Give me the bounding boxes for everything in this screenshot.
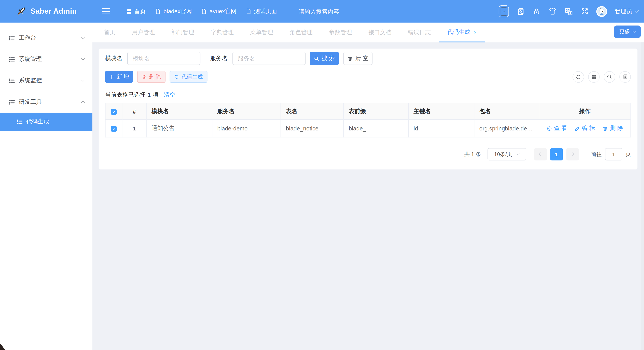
tab-label: 代码生成	[447, 29, 470, 36]
cell-table: blade_notice	[281, 119, 344, 137]
goto-label: 前往	[591, 151, 602, 158]
page-content: 模块名 服务名 搜 索	[92, 43, 644, 350]
service-name-input[interactable]	[232, 52, 306, 65]
document-icon	[246, 8, 252, 15]
nav-item-bladex-site[interactable]: bladex官网	[150, 0, 196, 23]
theme-shirt-icon[interactable]	[548, 7, 557, 16]
nav-item-avuex-site[interactable]: avuex官网	[196, 0, 241, 23]
sidebar-item-system-monitor[interactable]: 系统监控	[0, 70, 92, 91]
page-size-value: 10条/页	[494, 151, 512, 158]
export-log-button[interactable]	[620, 71, 631, 82]
column-header-package: 包名	[474, 103, 539, 119]
trash-icon	[348, 56, 353, 61]
tab-home[interactable]: 首页	[96, 23, 124, 43]
refresh-button[interactable]	[572, 71, 584, 82]
global-search-input[interactable]	[299, 8, 406, 15]
translate-icon[interactable]	[565, 7, 573, 15]
scrollbar[interactable]	[641, 43, 644, 350]
selection-text: 项	[153, 91, 158, 99]
code-generate-button-label: 代码生成	[182, 73, 203, 80]
top-menu-toggle-icon[interactable]	[499, 5, 509, 17]
delete-link[interactable]: 删 除	[602, 125, 623, 132]
document-icon	[155, 8, 161, 15]
filter-form: 模块名 服务名 搜 索	[105, 49, 631, 65]
sidebar-item-code-generation[interactable]: 代码生成	[0, 113, 92, 131]
tab-param-manage[interactable]: 参数管理	[321, 23, 360, 43]
goto-page-input[interactable]	[605, 148, 622, 160]
view-link-label: 查 看	[554, 125, 567, 132]
edit-link[interactable]: 编 辑	[574, 125, 595, 132]
sidebar-collapse-icon[interactable]	[102, 8, 110, 15]
tab-menu-manage[interactable]: 菜单管理	[242, 23, 281, 43]
search-button[interactable]: 搜 索	[310, 52, 339, 65]
list-icon	[8, 99, 15, 105]
close-icon[interactable]: ×	[474, 29, 476, 35]
selection-text: 当前表格已选择	[105, 91, 145, 99]
top-nav: 首页 bladex官网 avuex官网	[92, 0, 644, 23]
column-settings-button[interactable]	[588, 71, 600, 82]
cell-prefix: blade_	[344, 119, 408, 137]
next-page-button[interactable]	[566, 148, 578, 160]
chevron-down-icon	[517, 152, 520, 155]
clear-selection-link[interactable]: 清空	[164, 91, 175, 99]
module-name-label: 模块名	[105, 55, 122, 62]
clear-button[interactable]: 清 空	[343, 52, 372, 65]
trash-icon	[142, 74, 146, 79]
add-button[interactable]: 新 增	[105, 71, 133, 83]
delete-button[interactable]: 删 除	[137, 71, 166, 83]
column-header-prefix: 表前缀	[344, 103, 408, 119]
tab-dict-manage[interactable]: 字典管理	[202, 23, 242, 43]
chevron-down-icon	[81, 36, 85, 39]
user-menu[interactable]: 管理员	[615, 8, 638, 15]
sidebar-item-workbench[interactable]: 工作台	[0, 27, 92, 48]
sidebar-item-label: 系统监控	[19, 77, 42, 84]
global-search	[299, 8, 406, 15]
app-title: Saber Admin	[30, 7, 77, 16]
tab-dept-manage[interactable]: 部门管理	[163, 23, 202, 43]
tab-code-generation[interactable]: 代码生成 ×	[439, 23, 485, 43]
cell-index: 1	[122, 119, 146, 137]
table-toolbar: 新 增 删 除	[105, 71, 631, 83]
more-button[interactable]: 更多	[614, 26, 641, 38]
clipboard-wrench-icon[interactable]	[517, 7, 525, 15]
tab-user-manage[interactable]: 用户管理	[124, 23, 163, 43]
lock-icon[interactable]	[533, 8, 541, 15]
page-unit-label: 页	[626, 151, 631, 158]
nav-item-home[interactable]: 首页	[122, 0, 150, 23]
pagination: 共 1 条 10条/页 1 前往 页	[105, 148, 631, 160]
select-all-checkbox[interactable]	[111, 109, 116, 115]
tab-role-manage[interactable]: 角色管理	[281, 23, 321, 43]
cell-module: 通知公告	[146, 119, 212, 137]
code-generate-button[interactable]: 代码生成	[170, 71, 207, 83]
user-name-label: 管理员	[615, 8, 632, 15]
prev-page-button[interactable]	[534, 148, 546, 160]
data-table: # 模块名 服务名 表名 表前缀 主键名 包名 操作	[105, 103, 631, 137]
list-icon	[8, 77, 15, 84]
column-header-index: #	[122, 103, 146, 119]
cell-service: blade-demo	[212, 119, 281, 137]
nav-item-test-page[interactable]: 测试页面	[241, 0, 282, 23]
tab-api-doc[interactable]: 接口文档	[360, 23, 400, 43]
current-page-button[interactable]: 1	[550, 148, 563, 160]
row-checkbox[interactable]	[111, 126, 116, 132]
sidebar-item-dev-tools[interactable]: 研发工具	[0, 91, 92, 113]
sidebar: 工作台 系统管理	[0, 23, 92, 350]
search-icon	[314, 56, 319, 61]
page-size-select[interactable]: 10条/页	[488, 148, 526, 160]
view-link[interactable]: 查 看	[547, 125, 567, 132]
sidebar-item-system-manage[interactable]: 系统管理	[0, 49, 92, 70]
edit-link-label: 编 辑	[582, 125, 595, 132]
main-area: 首页 用户管理 部门管理 字典管理 菜单管理 角色管理 参数管理 接口文档 错误…	[92, 23, 644, 350]
tab-error-log[interactable]: 错误日志	[400, 23, 439, 43]
nav-item-label: avuex官网	[210, 8, 236, 15]
grid-icon	[126, 9, 132, 14]
service-name-label: 服务名	[210, 55, 228, 62]
fullscreen-icon[interactable]	[581, 8, 588, 15]
chevron-up-icon	[81, 101, 85, 104]
module-name-input[interactable]	[127, 52, 200, 65]
list-icon	[16, 118, 23, 125]
user-avatar[interactable]	[596, 6, 607, 17]
column-header-table: 表名	[281, 103, 344, 119]
toggle-search-button[interactable]	[604, 71, 615, 82]
pen-icon	[574, 126, 580, 131]
